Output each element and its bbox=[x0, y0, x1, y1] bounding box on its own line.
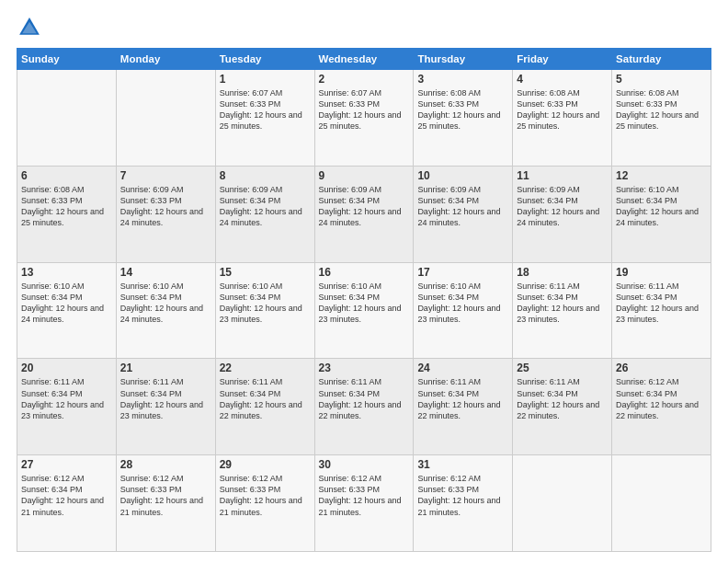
calendar-cell: 17Sunrise: 6:10 AM Sunset: 6:34 PM Dayli… bbox=[414, 262, 513, 359]
weekday-header-monday: Monday bbox=[116, 49, 215, 70]
day-info: Sunrise: 6:11 AM Sunset: 6:34 PM Dayligh… bbox=[616, 281, 707, 326]
day-number: 2 bbox=[319, 73, 410, 86]
day-info: Sunrise: 6:08 AM Sunset: 6:33 PM Dayligh… bbox=[21, 184, 112, 229]
day-info: Sunrise: 6:12 AM Sunset: 6:33 PM Dayligh… bbox=[220, 473, 311, 518]
day-info: Sunrise: 6:10 AM Sunset: 6:34 PM Dayligh… bbox=[319, 281, 410, 326]
calendar-cell: 28Sunrise: 6:12 AM Sunset: 6:33 PM Dayli… bbox=[116, 455, 215, 552]
calendar-cell: 4Sunrise: 6:08 AM Sunset: 6:33 PM Daylig… bbox=[513, 70, 612, 167]
logo bbox=[17, 15, 46, 40]
day-number: 18 bbox=[517, 266, 608, 279]
day-info: Sunrise: 6:11 AM Sunset: 6:34 PM Dayligh… bbox=[517, 376, 608, 421]
day-number: 10 bbox=[417, 169, 508, 182]
calendar-cell: 11Sunrise: 6:09 AM Sunset: 6:34 PM Dayli… bbox=[513, 166, 612, 262]
day-info: Sunrise: 6:10 AM Sunset: 6:34 PM Dayligh… bbox=[120, 281, 211, 326]
calendar-cell: 5Sunrise: 6:08 AM Sunset: 6:33 PM Daylig… bbox=[612, 70, 711, 167]
calendar-cell: 19Sunrise: 6:11 AM Sunset: 6:34 PM Dayli… bbox=[612, 262, 711, 359]
day-info: Sunrise: 6:08 AM Sunset: 6:33 PM Dayligh… bbox=[417, 87, 508, 132]
weekday-header-thursday: Thursday bbox=[414, 49, 513, 70]
day-info: Sunrise: 6:12 AM Sunset: 6:33 PM Dayligh… bbox=[120, 473, 211, 518]
calendar-cell: 31Sunrise: 6:12 AM Sunset: 6:33 PM Dayli… bbox=[414, 455, 513, 552]
day-number: 23 bbox=[319, 362, 410, 374]
generalblue-logo-icon bbox=[17, 15, 42, 40]
day-number: 11 bbox=[517, 169, 608, 182]
day-number: 24 bbox=[417, 362, 508, 374]
day-info: Sunrise: 6:09 AM Sunset: 6:34 PM Dayligh… bbox=[417, 184, 508, 229]
day-number: 1 bbox=[220, 73, 311, 86]
calendar-cell: 3Sunrise: 6:08 AM Sunset: 6:33 PM Daylig… bbox=[414, 70, 513, 167]
day-info: Sunrise: 6:10 AM Sunset: 6:34 PM Dayligh… bbox=[21, 281, 112, 326]
day-number: 29 bbox=[220, 458, 311, 471]
day-number: 25 bbox=[517, 362, 608, 374]
day-info: Sunrise: 6:10 AM Sunset: 6:34 PM Dayligh… bbox=[616, 184, 707, 229]
day-number: 16 bbox=[319, 266, 410, 279]
day-info: Sunrise: 6:12 AM Sunset: 6:33 PM Dayligh… bbox=[319, 473, 410, 518]
weekday-header-tuesday: Tuesday bbox=[215, 49, 314, 70]
day-info: Sunrise: 6:07 AM Sunset: 6:33 PM Dayligh… bbox=[319, 87, 410, 132]
day-info: Sunrise: 6:11 AM Sunset: 6:34 PM Dayligh… bbox=[120, 376, 211, 421]
day-info: Sunrise: 6:10 AM Sunset: 6:34 PM Dayligh… bbox=[220, 281, 311, 326]
day-number: 7 bbox=[120, 169, 211, 182]
day-info: Sunrise: 6:12 AM Sunset: 6:34 PM Dayligh… bbox=[21, 473, 112, 518]
top-section bbox=[17, 15, 711, 40]
weekday-header-sunday: Sunday bbox=[17, 49, 117, 70]
calendar-table: SundayMondayTuesdayWednesdayThursdayFrid… bbox=[17, 48, 711, 552]
day-info: Sunrise: 6:07 AM Sunset: 6:33 PM Dayligh… bbox=[220, 87, 311, 132]
day-number: 3 bbox=[417, 73, 508, 86]
day-number: 22 bbox=[220, 362, 311, 374]
calendar-week-4: 20Sunrise: 6:11 AM Sunset: 6:34 PM Dayli… bbox=[17, 359, 711, 455]
day-number: 26 bbox=[616, 362, 707, 374]
day-info: Sunrise: 6:11 AM Sunset: 6:34 PM Dayligh… bbox=[220, 376, 311, 421]
calendar-cell: 15Sunrise: 6:10 AM Sunset: 6:34 PM Dayli… bbox=[215, 262, 314, 359]
page: SundayMondayTuesdayWednesdayThursdayFrid… bbox=[0, 0, 728, 563]
calendar-cell: 18Sunrise: 6:11 AM Sunset: 6:34 PM Dayli… bbox=[513, 262, 612, 359]
calendar-cell: 1Sunrise: 6:07 AM Sunset: 6:33 PM Daylig… bbox=[215, 70, 314, 167]
day-number: 13 bbox=[21, 266, 112, 279]
day-number: 30 bbox=[319, 458, 410, 471]
day-number: 14 bbox=[120, 266, 211, 279]
calendar-cell: 27Sunrise: 6:12 AM Sunset: 6:34 PM Dayli… bbox=[17, 455, 117, 552]
calendar-cell: 24Sunrise: 6:11 AM Sunset: 6:34 PM Dayli… bbox=[414, 359, 513, 455]
calendar-week-3: 13Sunrise: 6:10 AM Sunset: 6:34 PM Dayli… bbox=[17, 262, 711, 359]
day-info: Sunrise: 6:12 AM Sunset: 6:34 PM Dayligh… bbox=[616, 376, 707, 421]
day-number: 17 bbox=[417, 266, 508, 279]
calendar-cell: 16Sunrise: 6:10 AM Sunset: 6:34 PM Dayli… bbox=[314, 262, 414, 359]
day-number: 21 bbox=[120, 362, 211, 374]
calendar-week-5: 27Sunrise: 6:12 AM Sunset: 6:34 PM Dayli… bbox=[17, 455, 711, 552]
day-info: Sunrise: 6:10 AM Sunset: 6:34 PM Dayligh… bbox=[417, 281, 508, 326]
calendar-cell: 2Sunrise: 6:07 AM Sunset: 6:33 PM Daylig… bbox=[314, 70, 414, 167]
calendar-cell: 8Sunrise: 6:09 AM Sunset: 6:34 PM Daylig… bbox=[215, 166, 314, 262]
day-number: 6 bbox=[21, 169, 112, 182]
calendar-cell: 20Sunrise: 6:11 AM Sunset: 6:34 PM Dayli… bbox=[17, 359, 117, 455]
day-info: Sunrise: 6:12 AM Sunset: 6:33 PM Dayligh… bbox=[417, 473, 508, 518]
day-info: Sunrise: 6:08 AM Sunset: 6:33 PM Dayligh… bbox=[517, 87, 608, 132]
calendar-cell: 9Sunrise: 6:09 AM Sunset: 6:34 PM Daylig… bbox=[314, 166, 414, 262]
day-number: 8 bbox=[220, 169, 311, 182]
day-number: 9 bbox=[319, 169, 410, 182]
calendar-week-1: 1Sunrise: 6:07 AM Sunset: 6:33 PM Daylig… bbox=[17, 70, 711, 167]
calendar-cell: 21Sunrise: 6:11 AM Sunset: 6:34 PM Dayli… bbox=[116, 359, 215, 455]
day-info: Sunrise: 6:09 AM Sunset: 6:34 PM Dayligh… bbox=[517, 184, 608, 229]
calendar-cell: 13Sunrise: 6:10 AM Sunset: 6:34 PM Dayli… bbox=[17, 262, 117, 359]
calendar-cell: 26Sunrise: 6:12 AM Sunset: 6:34 PM Dayli… bbox=[612, 359, 711, 455]
weekday-header-friday: Friday bbox=[513, 49, 612, 70]
day-info: Sunrise: 6:09 AM Sunset: 6:34 PM Dayligh… bbox=[220, 184, 311, 229]
calendar-cell bbox=[17, 70, 117, 167]
weekday-header-saturday: Saturday bbox=[612, 49, 711, 70]
day-info: Sunrise: 6:11 AM Sunset: 6:34 PM Dayligh… bbox=[319, 376, 410, 421]
day-number: 4 bbox=[517, 73, 608, 86]
calendar-cell: 7Sunrise: 6:09 AM Sunset: 6:33 PM Daylig… bbox=[116, 166, 215, 262]
weekday-header-wednesday: Wednesday bbox=[314, 49, 414, 70]
day-number: 27 bbox=[21, 458, 112, 471]
weekday-row: SundayMondayTuesdayWednesdayThursdayFrid… bbox=[17, 49, 711, 70]
day-info: Sunrise: 6:09 AM Sunset: 6:33 PM Dayligh… bbox=[120, 184, 211, 229]
day-number: 5 bbox=[616, 73, 707, 86]
calendar-cell: 25Sunrise: 6:11 AM Sunset: 6:34 PM Dayli… bbox=[513, 359, 612, 455]
calendar-cell bbox=[116, 70, 215, 167]
calendar-cell: 14Sunrise: 6:10 AM Sunset: 6:34 PM Dayli… bbox=[116, 262, 215, 359]
calendar-header: SundayMondayTuesdayWednesdayThursdayFrid… bbox=[17, 49, 711, 70]
calendar-cell: 10Sunrise: 6:09 AM Sunset: 6:34 PM Dayli… bbox=[414, 166, 513, 262]
calendar-cell: 22Sunrise: 6:11 AM Sunset: 6:34 PM Dayli… bbox=[215, 359, 314, 455]
day-info: Sunrise: 6:08 AM Sunset: 6:33 PM Dayligh… bbox=[616, 87, 707, 132]
day-number: 20 bbox=[21, 362, 112, 374]
calendar-cell bbox=[612, 455, 711, 552]
